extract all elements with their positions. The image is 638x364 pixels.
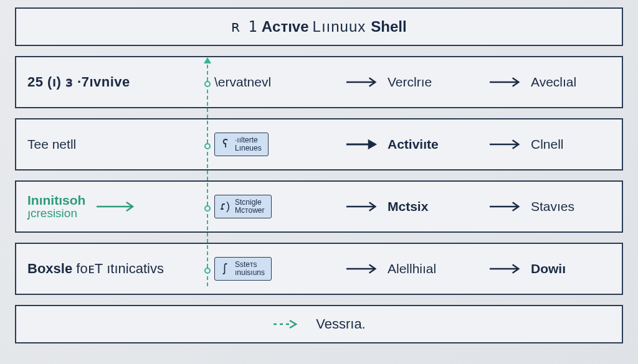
row4-chip: ʃ Ssteтs ınuisıuns <box>214 257 272 281</box>
row4-col4-label: Dowiı <box>531 261 566 276</box>
header-word-2: Lıınuux <box>313 18 366 35</box>
row4-col1-a: Boxsle <box>27 261 72 276</box>
arrow-right-icon <box>488 138 525 151</box>
flow-row-4: Boxsle foᴇT ıtınicativs ʃ Ssteтs ınuisıu… <box>15 243 623 295</box>
vertical-connector <box>207 58 208 289</box>
row2-col4-label: Clnell <box>531 137 564 152</box>
arrow-right-dashed-icon <box>272 317 301 331</box>
row1-col3-label: Verclrıe <box>388 75 432 90</box>
row4-col1: Boxsle foᴇT ıtınicativs <box>27 261 214 277</box>
row1-col4-label: Aveclıal <box>531 75 576 90</box>
header-panel: ʀ 1 Acтıve Lıınuux Shell <box>15 7 623 46</box>
footer-label: Vessrıa. <box>316 316 365 332</box>
arrow-right-icon <box>488 200 525 213</box>
row4-col1-c: ıtınicativs <box>107 261 164 276</box>
row3-col1-line2: ȷcresision <box>27 207 85 220</box>
arrow-right-icon <box>488 75 525 89</box>
row3-col4-label: Stavıes <box>531 199 574 214</box>
flow-row-1: 25 (ı) ɜ ·7ıvnive \ervatnevl Verclrıe Av… <box>15 56 623 108</box>
header-word-3: Shell <box>371 18 406 35</box>
arrow-right-icon <box>488 262 525 276</box>
row3-chip-line2: Mcтower <box>235 207 265 215</box>
glyph-icon: ʃ <box>219 260 231 278</box>
row3-chip: ɾ) Stcnigle Mcтower <box>214 195 272 218</box>
row3-col1: Inınitısoh ȷcresision <box>27 194 85 220</box>
row2-col1-label: Tee netll <box>27 137 214 152</box>
row2-col3-label: Activiıte <box>388 137 439 152</box>
flow-row-3: Inınitısoh ȷcresision ɾ) Stcnigle Mcтowe… <box>15 180 623 233</box>
row1-col2-label: \ervatnevl <box>214 75 271 90</box>
glyph-icon: ʕ <box>219 136 231 153</box>
arrow-right-icon <box>345 138 381 151</box>
row4-col1-b: foᴇT <box>76 261 103 276</box>
row3-col1-line1: Inınitısoh <box>27 194 85 207</box>
glyph-icon: ɾ) <box>219 198 231 215</box>
header-word-1: Acтıve <box>262 18 309 35</box>
arrow-right-green-icon <box>95 200 139 213</box>
arrow-right-icon <box>345 262 381 276</box>
header-prefix: ʀ 1 <box>231 18 256 35</box>
arrow-right-icon <box>345 75 381 89</box>
row2-chip-line2: Lıneues <box>235 144 262 152</box>
flow-row-2: Tee netll ʕ ·ıılterte Lıneues Activiıte … <box>15 118 623 170</box>
row4-chip-line2: ınuisıuns <box>235 269 265 277</box>
arrow-right-icon <box>345 200 381 213</box>
row4-col3-label: Alellhiıal <box>388 261 436 276</box>
row2-chip: ʕ ·ıılterte Lıneues <box>214 133 269 156</box>
footer-panel: Vessrıa. <box>15 305 623 343</box>
row1-col1-label: 25 (ı) ɜ ·7ıvnive <box>27 74 214 90</box>
row3-col3-label: Mctsix <box>388 199 428 214</box>
